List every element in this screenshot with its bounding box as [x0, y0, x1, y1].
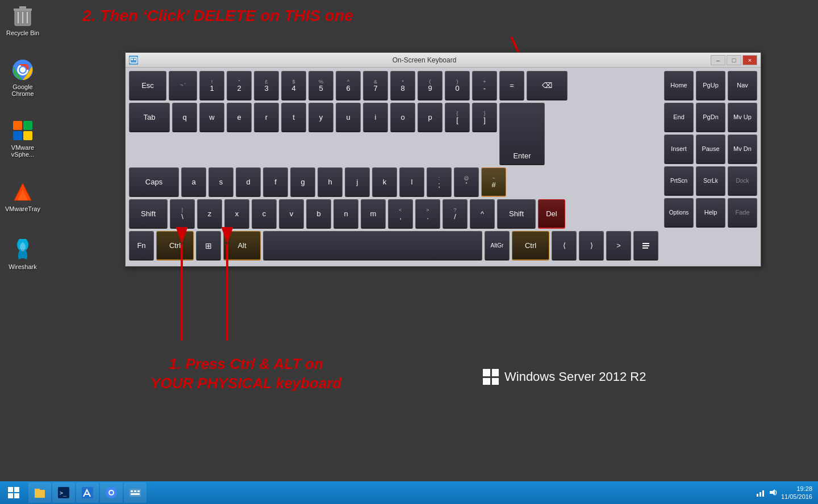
- key-prtscn[interactable]: PrtScn: [664, 166, 694, 196]
- key-b[interactable]: b: [306, 199, 331, 229]
- taskbar-file-explorer[interactable]: [28, 482, 51, 503]
- key-minus[interactable]: + -: [472, 71, 497, 100]
- network-icon: [756, 488, 765, 497]
- key-home[interactable]: Home: [664, 71, 694, 100]
- key-q[interactable]: q: [172, 103, 197, 132]
- key-backtick[interactable]: ¬ `: [169, 71, 197, 100]
- key-ctrl-right[interactable]: Ctrl: [512, 231, 549, 261]
- taskbar-powershell[interactable]: >_: [52, 482, 75, 503]
- key-enter[interactable]: Enter: [499, 103, 545, 165]
- key-5[interactable]: % 5: [308, 71, 333, 100]
- key-altgr[interactable]: AltGr: [485, 231, 510, 261]
- key-del[interactable]: Del: [538, 199, 565, 229]
- key-lbracket[interactable]: { [: [445, 103, 470, 132]
- recycle-bin-icon[interactable]: Recycle Bin: [2, 5, 43, 36]
- key-6[interactable]: ^ 6: [336, 71, 361, 100]
- svg-rect-11: [23, 121, 32, 130]
- key-comma[interactable]: < ,: [388, 199, 413, 229]
- key-a[interactable]: a: [181, 167, 206, 197]
- key-slash[interactable]: ? /: [443, 199, 468, 229]
- key-arrow-left[interactable]: ⟨: [552, 231, 577, 261]
- taskbar-chrome[interactable]: [100, 482, 123, 503]
- key-shift-right[interactable]: Shift: [497, 199, 536, 229]
- key-quote[interactable]: @ ': [454, 167, 479, 197]
- key-end[interactable]: End: [664, 103, 694, 132]
- key-1[interactable]: ! 1: [199, 71, 224, 100]
- key-h[interactable]: h: [318, 167, 343, 197]
- key-mv-dn[interactable]: Mv Dn: [728, 135, 757, 164]
- key-pgup[interactable]: PgUp: [696, 71, 725, 100]
- vmware-vsphere-icon[interactable]: VMware vSphe...: [2, 119, 43, 158]
- key-o[interactable]: o: [390, 103, 415, 132]
- key-i[interactable]: i: [363, 103, 388, 132]
- key-options[interactable]: Options: [664, 198, 694, 228]
- key-r[interactable]: r: [254, 103, 279, 132]
- osk-minimize-button[interactable]: –: [711, 55, 725, 65]
- key-shift-left[interactable]: Shift: [129, 199, 168, 229]
- key-3[interactable]: £ 3: [254, 71, 279, 100]
- key-f[interactable]: f: [263, 167, 288, 197]
- key-menu[interactable]: [633, 231, 658, 261]
- key-l[interactable]: l: [399, 167, 424, 197]
- vmware-tray-icon[interactable]: VMwareTray: [2, 180, 43, 212]
- key-semicolon[interactable]: : ;: [427, 167, 452, 197]
- key-period[interactable]: > .: [415, 199, 440, 229]
- key-winkey[interactable]: ⊞: [196, 231, 221, 261]
- key-4[interactable]: $ 4: [281, 71, 306, 100]
- key-dock[interactable]: Dock: [728, 166, 757, 196]
- key-equals[interactable]: =: [499, 71, 524, 100]
- key-9[interactable]: ( 9: [418, 71, 443, 100]
- key-pgdn[interactable]: PgDn: [696, 103, 725, 132]
- key-fn[interactable]: Fn: [129, 231, 154, 261]
- key-c[interactable]: c: [252, 199, 277, 229]
- key-arrow-down[interactable]: ⟩: [579, 231, 604, 261]
- key-d[interactable]: d: [236, 167, 261, 197]
- key-p[interactable]: p: [418, 103, 443, 132]
- start-button[interactable]: [2, 482, 25, 503]
- key-caps[interactable]: Caps: [129, 167, 179, 197]
- key-pipe[interactable]: | \: [170, 199, 195, 229]
- key-u[interactable]: u: [336, 103, 361, 132]
- key-mv-up[interactable]: Mv Up: [728, 103, 757, 132]
- key-m[interactable]: m: [361, 199, 386, 229]
- key-caret[interactable]: ^: [470, 199, 495, 229]
- key-x[interactable]: x: [224, 199, 249, 229]
- key-0[interactable]: ) 0: [445, 71, 470, 100]
- key-g[interactable]: g: [290, 167, 315, 197]
- key-nav[interactable]: Nav: [728, 71, 757, 100]
- key-e[interactable]: e: [227, 103, 252, 132]
- key-z[interactable]: z: [197, 199, 222, 229]
- key-k[interactable]: k: [372, 167, 397, 197]
- recycle-bin-label: Recycle Bin: [6, 30, 39, 36]
- key-help[interactable]: Help: [696, 198, 725, 228]
- key-arrow-right[interactable]: >: [606, 231, 631, 261]
- key-s[interactable]: s: [208, 167, 233, 197]
- taskbar-windows-explorer[interactable]: [76, 482, 99, 503]
- osk-maximize-button[interactable]: □: [727, 55, 741, 65]
- key-scrlk[interactable]: ScrLk: [696, 166, 725, 196]
- key-hash[interactable]: ~ #: [481, 167, 506, 197]
- key-esc[interactable]: Esc: [129, 71, 166, 100]
- key-n[interactable]: n: [333, 199, 358, 229]
- key-ctrl-left[interactable]: Ctrl: [156, 231, 194, 261]
- key-tab[interactable]: Tab: [129, 103, 170, 132]
- key-rbracket[interactable]: } ]: [472, 103, 497, 132]
- key-y[interactable]: y: [308, 103, 333, 132]
- google-chrome-icon[interactable]: Google Chrome: [2, 58, 43, 97]
- key-j[interactable]: j: [345, 167, 370, 197]
- key-7[interactable]: & 7: [363, 71, 388, 100]
- key-alt-left[interactable]: Alt: [223, 231, 261, 261]
- taskbar-osk[interactable]: [124, 482, 147, 503]
- wireshark-icon[interactable]: Wireshark: [2, 238, 43, 270]
- key-8[interactable]: * 8: [390, 71, 415, 100]
- key-fade[interactable]: Fade: [728, 198, 757, 228]
- osk-close-button[interactable]: ×: [742, 55, 757, 65]
- key-2[interactable]: " 2: [227, 71, 252, 100]
- key-t[interactable]: t: [281, 103, 306, 132]
- key-backspace[interactable]: ⌫: [527, 71, 567, 100]
- key-pause[interactable]: Pause: [696, 135, 725, 164]
- key-w[interactable]: w: [199, 103, 224, 132]
- key-insert[interactable]: Insert: [664, 135, 694, 164]
- key-space[interactable]: [263, 231, 482, 261]
- key-v[interactable]: v: [279, 199, 304, 229]
